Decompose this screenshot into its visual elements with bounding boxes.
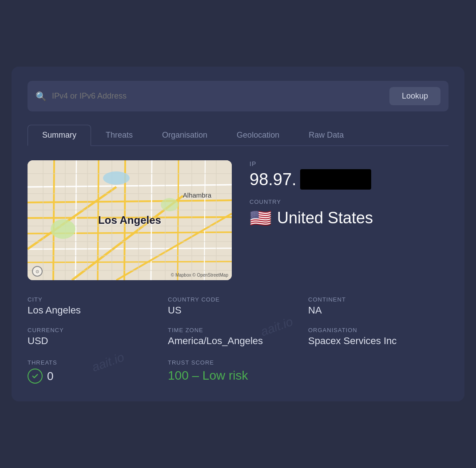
timezone-label: TIME ZONE: [168, 327, 308, 333]
organisation-value: Spacex Services Inc: [308, 335, 448, 347]
tab-raw-data[interactable]: Raw Data: [294, 125, 358, 146]
search-input[interactable]: [52, 91, 384, 101]
timezone-item: TIME ZONE America/Los_Angeles: [168, 327, 308, 347]
country-value: 🇺🇸 United States: [250, 209, 448, 227]
country-name: United States: [277, 209, 373, 227]
ip-value-row: 98.97.: [250, 169, 448, 190]
country-code-label: COUNTRY CODE: [168, 296, 308, 303]
continent-item: CONTINENT NA: [308, 296, 448, 316]
map-container: Los Angeles Alhambra © Mapbox © OpenStre…: [28, 160, 232, 280]
trust-score-item: TRUST SCORE 100 – Low risk: [168, 359, 308, 384]
map-compass-icon: ⊙: [32, 266, 43, 277]
trust-score-label: TRUST SCORE: [168, 359, 308, 366]
threats-label: THREATS: [28, 359, 168, 366]
svg-point-32: [51, 219, 75, 239]
organisation-item: ORGANISATION Spacex Services Inc: [308, 327, 448, 347]
search-icon: 🔍: [36, 91, 47, 102]
threats-check-icon: [28, 369, 43, 384]
lookup-button[interactable]: Lookup: [389, 87, 440, 105]
ip-redacted-block: [300, 169, 371, 190]
tab-threats[interactable]: Threats: [91, 125, 147, 146]
threats-row: THREATS 0 TRUST SCORE 100 – Low risk: [28, 359, 448, 384]
city-label: CITY: [28, 296, 168, 303]
svg-point-33: [161, 198, 178, 211]
ip-prefix: 98.97.: [250, 170, 297, 189]
country-code-value: US: [168, 305, 308, 316]
threats-count: 0: [28, 369, 168, 384]
city-value: Los Angeles: [28, 305, 168, 316]
svg-line-9: [98, 160, 99, 280]
currency-label: CURRENCY: [28, 327, 168, 333]
svg-line-3: [28, 217, 232, 218]
currency-value: USD: [28, 335, 168, 347]
svg-line-7: [53, 160, 54, 280]
continent-label: CONTINENT: [308, 296, 448, 303]
svg-line-6: [28, 262, 232, 262]
details-grid: CITY Los Angeles COUNTRY CODE US CONTINE…: [28, 296, 448, 347]
ip-panel: IP 98.97. COUNTRY 🇺🇸 United States: [250, 160, 448, 227]
tabs-container: Summary Threats Organisation Geolocation…: [28, 124, 448, 146]
country-flag: 🇺🇸: [250, 209, 272, 227]
summary-content: Los Angeles Alhambra © Mapbox © OpenStre…: [28, 160, 448, 280]
main-card: aait.io aait.io aait.io aait.io 🔍 Lookup…: [12, 67, 464, 401]
organisation-label: ORGANISATION: [308, 327, 448, 333]
tab-summary[interactable]: Summary: [28, 125, 91, 146]
threats-item: THREATS 0: [28, 359, 168, 384]
tab-organisation[interactable]: Organisation: [147, 125, 222, 146]
trust-score-value: 100 – Low risk: [168, 369, 308, 383]
continent-value: NA: [308, 305, 448, 316]
country-code-item: COUNTRY CODE US: [168, 296, 308, 316]
timezone-value: America/Los_Angeles: [168, 335, 308, 347]
map-copyright: © Mapbox © OpenStreetMap: [171, 273, 228, 278]
city-item: CITY Los Angeles: [28, 296, 168, 316]
currency-item: CURRENCY USD: [28, 327, 168, 347]
country-label: COUNTRY: [250, 198, 448, 205]
svg-point-34: [103, 171, 130, 185]
tab-geolocation[interactable]: Geolocation: [222, 125, 294, 146]
search-bar: 🔍 Lookup: [28, 81, 448, 111]
svg-line-12: [178, 160, 178, 280]
ip-label: IP: [250, 160, 448, 167]
threats-count-value: 0: [47, 369, 53, 383]
